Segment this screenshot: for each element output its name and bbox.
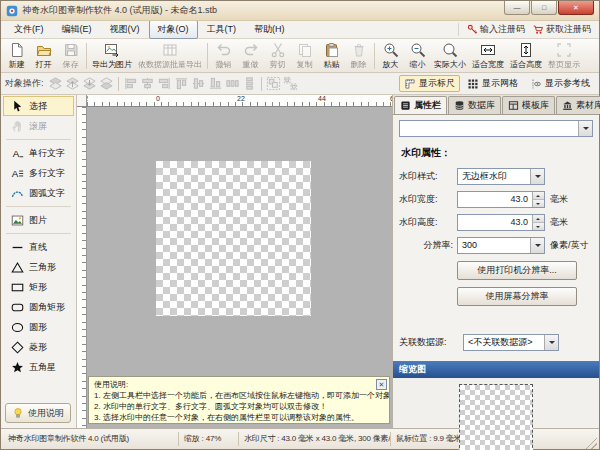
tool-star-label: 五角星 bbox=[29, 361, 56, 374]
app-window: 神奇水印图章制作软件 4.0 (试用版) - 未命名1.stb — □ ✕ 文件… bbox=[0, 0, 600, 450]
undo-label: 撤销 bbox=[216, 59, 232, 70]
toolbar-separator bbox=[374, 43, 375, 69]
export-image-button[interactable]: 导出为图片 bbox=[89, 41, 135, 71]
batch-export-label: 依数据源批量导出 bbox=[138, 59, 202, 70]
tool-rounded-rectangle[interactable]: 圆角矩形 bbox=[3, 297, 74, 317]
rounded-rectangle-icon bbox=[11, 301, 24, 314]
tool-arc-text[interactable]: 圆弧文字 bbox=[3, 183, 74, 203]
use-printer-resolution-button[interactable]: 使用打印机分辨率... bbox=[457, 261, 577, 280]
copy-label: 复制 bbox=[297, 59, 313, 70]
resize-grip[interactable] bbox=[585, 437, 597, 449]
chevron-down-icon bbox=[544, 335, 558, 350]
tool-line[interactable]: 直线 bbox=[3, 237, 74, 257]
menu-file[interactable]: 文件(F) bbox=[5, 20, 53, 39]
menu-view[interactable]: 视图(V) bbox=[101, 20, 149, 39]
ruler-label: 44 bbox=[318, 95, 326, 102]
layer-front-icon bbox=[48, 76, 63, 91]
show-guides-toggle[interactable]: 显示参考线 bbox=[525, 75, 595, 92]
menu-object[interactable]: 对象(O) bbox=[149, 20, 198, 39]
zoom-out-button[interactable]: 缩小 bbox=[404, 41, 431, 71]
show-ruler-toggle[interactable]: 显示标尺 bbox=[399, 75, 460, 92]
distribute-h-icon bbox=[225, 76, 240, 91]
distribute-v-icon bbox=[242, 76, 257, 91]
tab-database-label: 数据库 bbox=[468, 99, 495, 112]
batch-export-icon bbox=[162, 42, 178, 58]
tool-select-label: 选择 bbox=[29, 100, 47, 113]
fit-height-button[interactable]: 适合高度 bbox=[507, 41, 545, 71]
tool-arc-text-label: 圆弧文字 bbox=[29, 187, 65, 200]
tool-single-line-text[interactable]: A 单行文字 bbox=[3, 143, 74, 163]
instructions-close-button[interactable]: ✕ bbox=[376, 379, 387, 390]
minimize-button[interactable]: — bbox=[504, 1, 530, 15]
dpi-label: 分辨率: bbox=[399, 239, 457, 252]
canvas-viewport[interactable]: 使用说明: 1. 左侧工具栏中选择一个功能后，在画布区域按住鼠标左键拖动，即可添… bbox=[87, 107, 392, 428]
paste-button[interactable]: 粘贴 bbox=[318, 41, 345, 71]
delete-label: 删除 bbox=[351, 59, 367, 70]
tab-templates[interactable]: 模板库 bbox=[502, 96, 555, 114]
show-ruler-label: 显示标尺 bbox=[419, 77, 455, 90]
spinner-arrows-icon[interactable] bbox=[532, 215, 544, 230]
style-value: 无边框水印 bbox=[462, 171, 507, 181]
tool-panel: 选择 滚屏 A 单行文字 A 多行文字 圆弧文字 图片 bbox=[1, 95, 77, 428]
use-screen-resolution-button[interactable]: 使用屏幕分辨率 bbox=[457, 287, 577, 306]
tool-image[interactable]: 图片 bbox=[3, 210, 74, 230]
redo-icon bbox=[243, 42, 259, 58]
thumbnail-header: 缩览图 bbox=[393, 361, 599, 378]
tool-triangle[interactable]: 三角形 bbox=[3, 257, 74, 277]
fit-width-button[interactable]: 适合宽度 bbox=[469, 41, 507, 71]
tool-multi-line-text[interactable]: A 多行文字 bbox=[3, 163, 74, 183]
tab-properties[interactable]: 属性栏 bbox=[394, 96, 447, 114]
fit-width-label: 适合宽度 bbox=[472, 59, 504, 70]
open-button[interactable]: 打开 bbox=[30, 41, 57, 71]
align-middle-v-icon bbox=[191, 76, 206, 91]
fit-page-button: 整页显示 bbox=[545, 41, 583, 71]
tab-database[interactable]: 数据库 bbox=[448, 96, 501, 114]
ruler-label: -22 bbox=[87, 95, 88, 102]
tool-select[interactable]: 选择 bbox=[3, 96, 74, 116]
copy-icon bbox=[297, 42, 313, 58]
maximize-button[interactable]: □ bbox=[531, 1, 557, 15]
datasource-label: 关联数据源: bbox=[399, 336, 463, 349]
zoom-in-button[interactable]: 放大 bbox=[377, 41, 404, 71]
object-selector-dropdown[interactable] bbox=[399, 120, 593, 137]
panel-tabs: 属性栏 数据库 模板库 素材库 bbox=[393, 95, 599, 114]
thumbnail-preview[interactable] bbox=[459, 384, 533, 450]
tool-diamond[interactable]: 菱形 bbox=[3, 337, 74, 357]
watermark-artboard[interactable] bbox=[156, 161, 311, 316]
dpi-value: 300 bbox=[462, 240, 477, 250]
tab-templates-label: 模板库 bbox=[522, 99, 549, 112]
tool-star[interactable]: 五角星 bbox=[3, 357, 74, 377]
get-register-code-link[interactable]: 获取注册码 bbox=[533, 23, 591, 36]
batch-export-button: 依数据源批量导出 bbox=[135, 41, 205, 71]
tool-rectangle[interactable]: 矩形 bbox=[3, 277, 74, 297]
new-button[interactable]: 新建 bbox=[3, 41, 30, 71]
watermark-properties-title: 水印属性： bbox=[401, 146, 593, 160]
paste-icon bbox=[324, 42, 340, 58]
watermark-style-row: 水印样式: 无边框水印 bbox=[399, 168, 593, 185]
style-dropdown[interactable]: 无边框水印 bbox=[457, 168, 545, 185]
menu-tools[interactable]: 工具(T) bbox=[198, 20, 246, 39]
menu-help[interactable]: 帮助(H) bbox=[245, 20, 294, 39]
menu-edit[interactable]: 编辑(E) bbox=[53, 20, 101, 39]
help-button[interactable]: 使用说明 bbox=[5, 403, 71, 423]
ruler-label: 66 bbox=[390, 95, 392, 102]
dpi-dropdown[interactable]: 300 bbox=[457, 237, 545, 254]
tool-circle[interactable]: 圆形 bbox=[3, 317, 74, 337]
spinner-arrows-icon[interactable] bbox=[532, 192, 544, 207]
height-unit: 毫米 bbox=[550, 216, 568, 229]
usage-instructions-box: 使用说明: 1. 左侧工具栏中选择一个功能后，在画布区域按住鼠标左键拖动，即可添… bbox=[88, 376, 390, 424]
show-grid-toggle[interactable]: 显示网格 bbox=[462, 75, 523, 92]
close-button[interactable]: ✕ bbox=[558, 1, 594, 15]
width-spinner[interactable]: 43.0 bbox=[457, 191, 545, 208]
datasource-dropdown[interactable]: <不关联数据源> bbox=[463, 334, 559, 351]
layer-backward-icon bbox=[82, 76, 97, 91]
actual-size-button[interactable]: 实际大小 bbox=[431, 41, 469, 71]
tab-materials[interactable]: 素材库 bbox=[556, 96, 600, 114]
height-spinner[interactable]: 43.0 bbox=[457, 214, 545, 231]
registration-area: 输入注册码 获取注册码 bbox=[458, 23, 595, 36]
enter-register-code-link[interactable]: 输入注册码 bbox=[467, 23, 525, 36]
align-center-h-icon bbox=[140, 76, 155, 91]
tool-rounded-rectangle-label: 圆角矩形 bbox=[29, 301, 65, 314]
tool-panel-separator bbox=[6, 206, 71, 207]
layer-forward-icon bbox=[65, 76, 80, 91]
